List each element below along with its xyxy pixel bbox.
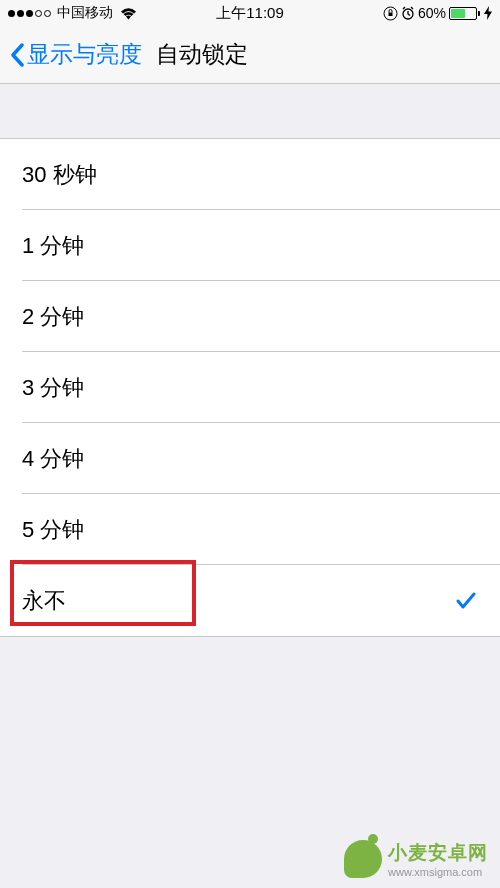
option-label: 永不 — [22, 586, 66, 616]
watermark: 小麦安卓网 www.xmsigma.com — [344, 840, 488, 878]
page-title: 自动锁定 — [156, 39, 248, 70]
options-list: 30 秒钟 1 分钟 2 分钟 3 分钟 4 分钟 5 分钟 永不 — [0, 138, 500, 637]
option-30-seconds[interactable]: 30 秒钟 — [0, 139, 500, 210]
watermark-url: www.xmsigma.com — [388, 866, 482, 878]
option-label: 30 秒钟 — [22, 160, 97, 190]
chevron-left-icon — [10, 43, 24, 67]
back-label: 显示与亮度 — [27, 39, 142, 70]
checkmark-icon — [454, 589, 478, 613]
option-label: 4 分钟 — [22, 444, 84, 474]
status-right: 60% — [383, 5, 492, 21]
battery-percent: 60% — [418, 5, 446, 21]
option-label: 3 分钟 — [22, 373, 84, 403]
option-4-minutes[interactable]: 4 分钟 — [0, 423, 500, 494]
svg-rect-1 — [388, 12, 392, 16]
option-5-minutes[interactable]: 5 分钟 — [0, 494, 500, 565]
option-label: 5 分钟 — [22, 515, 84, 545]
watermark-title: 小麦安卓网 — [388, 840, 488, 866]
alarm-icon — [401, 6, 415, 20]
carrier-label: 中国移动 — [57, 4, 113, 22]
status-bar: 中国移动 上午11:09 60% — [0, 0, 500, 26]
option-never[interactable]: 永不 — [0, 565, 500, 636]
watermark-logo-icon — [344, 840, 382, 878]
option-label: 1 分钟 — [22, 231, 84, 261]
option-label: 2 分钟 — [22, 302, 84, 332]
back-button[interactable]: 显示与亮度 — [10, 39, 142, 70]
nav-bar: 显示与亮度 自动锁定 — [0, 26, 500, 84]
orientation-lock-icon — [383, 6, 398, 21]
status-left: 中国移动 — [8, 4, 137, 22]
option-2-minutes[interactable]: 2 分钟 — [0, 281, 500, 352]
charging-icon — [484, 6, 492, 20]
status-time: 上午11:09 — [216, 4, 284, 23]
wifi-icon — [120, 7, 137, 20]
battery-icon — [449, 7, 480, 20]
signal-strength-icon — [8, 10, 51, 17]
option-1-minute[interactable]: 1 分钟 — [0, 210, 500, 281]
option-3-minutes[interactable]: 3 分钟 — [0, 352, 500, 423]
